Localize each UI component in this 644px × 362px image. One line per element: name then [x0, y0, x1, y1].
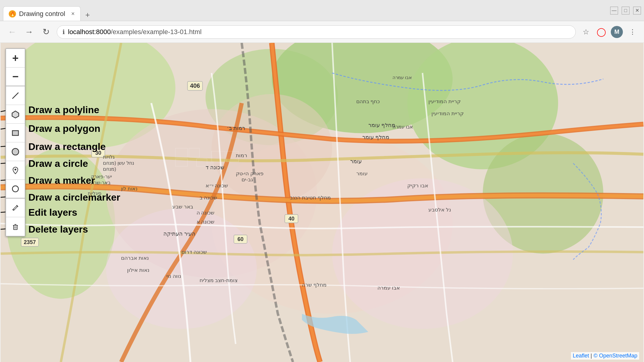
attribution: Leaflet | © OpenStreetMap: [571, 352, 639, 360]
delete-layers-button[interactable]: [6, 217, 25, 236]
svg-text:30: 30: [95, 150, 101, 156]
svg-line-65: [12, 93, 18, 99]
svg-text:סיגליות: סיגליות: [88, 191, 101, 196]
svg-text:נאות אילון: נאות אילון: [127, 267, 149, 273]
svg-text:קריית המודיעין: קריית המודיעין: [431, 111, 464, 116]
svg-text:שכונה ב: שכונה ב: [200, 195, 217, 201]
svg-text:אבו עמרה: אבו עמרה: [392, 124, 413, 129]
opera-icon[interactable]: ◯: [596, 27, 607, 37]
svg-text:מנחם): מנחם): [103, 167, 116, 172]
svg-text:עומר: עומר: [356, 171, 368, 176]
svg-text:כחף בתהם: כחף בתהם: [356, 99, 380, 104]
security-icon: ℹ: [62, 28, 65, 36]
svg-text:נאות אברהם: נאות אברהם: [121, 255, 149, 261]
tab-area: 🔥 Drawing control × +: [3, 0, 610, 21]
svg-text:עומר: עומר: [350, 158, 362, 164]
reload-button[interactable]: ↻: [40, 26, 52, 38]
svg-rect-67: [12, 131, 18, 135]
svg-text:מחלף עומר: מחלף עומר: [362, 134, 389, 140]
draw-circle-button[interactable]: [6, 142, 25, 161]
map-container: 406 30 40 60 2357 רמות ב׳ שכונה ד פארק ה…: [0, 43, 644, 362]
user-avatar[interactable]: M: [611, 26, 623, 38]
close-button[interactable]: ✕: [633, 7, 641, 14]
svg-marker-66: [12, 111, 19, 118]
active-tab[interactable]: 🔥 Drawing control ×: [3, 6, 81, 21]
svg-text:קריית המודיעין: קריית המודיעין: [428, 99, 461, 104]
svg-text:אבו עמרה: אבו עמרה: [392, 75, 412, 80]
svg-point-70: [12, 186, 18, 192]
svg-text:40: 40: [288, 216, 294, 222]
url-bar[interactable]: ℹ localhost:8000/examples/example-13-01.…: [57, 25, 576, 39]
svg-text:באר-שרה: באר-שרה: [91, 180, 110, 185]
svg-text:מחלף חטיבת הנגב: מחלף חטיבת הנגב: [290, 195, 331, 201]
svg-text:נל אלסבע: נל אלסבע: [428, 207, 451, 213]
tab-close-button[interactable]: ×: [71, 10, 75, 17]
browser-window: 🔥 Drawing control × + — □ ✕ ← → ↻ ℹ loca…: [0, 0, 644, 362]
svg-text:מחלף עומר: מחלף עומר: [368, 122, 395, 128]
tab-title: Drawing control: [19, 10, 65, 18]
svg-text:שכונה א: שכונה א: [197, 219, 215, 225]
draw-marker-button[interactable]: [6, 161, 25, 180]
tab-favicon: 🔥: [9, 10, 16, 17]
svg-text:רמות ב׳: רמות ב׳: [227, 125, 245, 131]
leaflet-link[interactable]: Leaflet: [573, 353, 589, 359]
svg-text:שכונה ד: שכונה ד: [206, 164, 224, 170]
svg-text:גלויות: גלויות: [103, 154, 115, 160]
svg-text:באר שבע: באר שבע: [172, 204, 193, 210]
back-button[interactable]: ←: [6, 26, 18, 38]
svg-text:פארק הי-טק: פארק הי-טק: [236, 171, 264, 176]
svg-text:אבו רקיק: אבו רקיק: [407, 183, 428, 189]
draw-polygon-button[interactable]: [6, 105, 25, 124]
maximize-button[interactable]: □: [622, 7, 630, 14]
svg-point-68: [12, 148, 19, 155]
svg-text:העיר העתיקה: העיר העתיקה: [163, 231, 195, 237]
map-svg: 406 30 40 60 2357 רמות ב׳ שכונה ד פארק ה…: [0, 43, 644, 362]
svg-text:שכונה דרום: שכונה דרום: [181, 249, 207, 255]
window-controls: — □ ✕: [610, 7, 641, 14]
svg-text:נאות לון: נאות לון: [121, 186, 137, 191]
url-text: localhost:8000/examples/example-13-01.ht…: [68, 28, 570, 36]
svg-rect-71: [14, 225, 17, 230]
svg-text:שכונה ה: שכונה ה: [197, 210, 215, 216]
draw-circlemarker-button[interactable]: [6, 180, 25, 198]
svg-text:יער-פארק: יער-פארק: [91, 174, 112, 179]
draw-panel: + −: [5, 48, 25, 237]
browser-menu-icon[interactable]: ⋮: [627, 27, 638, 37]
bookmark-icon[interactable]: ☆: [581, 27, 591, 37]
new-tab-button[interactable]: +: [83, 9, 92, 21]
forward-button[interactable]: →: [23, 26, 35, 38]
svg-point-69: [14, 169, 16, 170]
svg-text:2357: 2357: [24, 239, 36, 245]
osm-attribution[interactable]: © OpenStreetMap: [594, 353, 637, 359]
draw-rectangle-button[interactable]: [6, 124, 25, 142]
address-bar: ← → ↻ ℹ localhost:8000/examples/example-…: [0, 21, 644, 43]
svg-text:אבו עמרה: אבו עמרה: [377, 285, 400, 291]
svg-text:406: 406: [190, 82, 200, 89]
svg-text:צומת-חצב מצליח: צומת-חצב מצליח: [200, 278, 238, 284]
toolbar-right: ☆ ◯ M ⋮: [581, 26, 638, 38]
edit-layers-button[interactable]: [6, 198, 25, 217]
svg-text:רמות: רמות: [236, 153, 247, 158]
title-bar: 🔥 Drawing control × + — □ ✕: [0, 0, 644, 21]
svg-text:מחלף שרה: מחלף שרה: [302, 282, 327, 288]
svg-text:גב-ים: גב-ים: [242, 177, 253, 183]
svg-text:שכונה י״א: שכונה י״א: [206, 183, 228, 189]
svg-text:60: 60: [238, 236, 244, 242]
svg-text:נחל עשן (מנחם: נחל עשן (מנחם: [103, 160, 134, 166]
svg-text:נווה נוי: נווה נוי: [166, 273, 181, 279]
zoom-in-button[interactable]: +: [6, 49, 25, 68]
draw-polyline-button[interactable]: [6, 86, 25, 105]
minimize-button[interactable]: —: [610, 7, 618, 14]
zoom-out-button[interactable]: −: [6, 68, 25, 86]
